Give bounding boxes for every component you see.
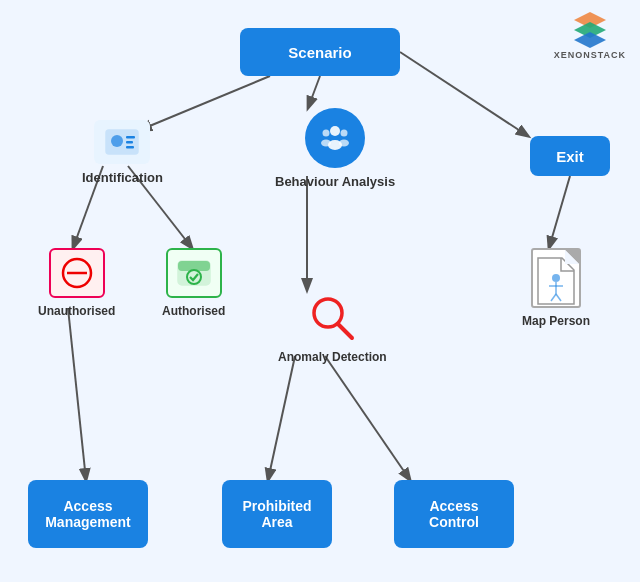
identification-label: Identification bbox=[82, 170, 163, 185]
svg-rect-12 bbox=[126, 136, 135, 139]
exit-node: Exit bbox=[530, 136, 610, 176]
authorised-label: Authorised bbox=[162, 304, 225, 318]
svg-line-7 bbox=[68, 308, 86, 480]
behaviour-node: Behaviour Analysis bbox=[275, 108, 395, 189]
identification-node: Identification bbox=[82, 120, 163, 185]
prohibited-area-label: Prohibited Area bbox=[234, 498, 320, 530]
identification-icon-box bbox=[94, 120, 150, 164]
map-person-node: Map Person bbox=[522, 248, 590, 328]
anomaly-node: Anomaly Detection bbox=[278, 290, 387, 364]
doc-svg bbox=[536, 256, 576, 306]
prohibited-area-node: Prohibited Area bbox=[222, 480, 332, 548]
svg-rect-14 bbox=[126, 146, 134, 149]
scenario-node: Scenario bbox=[240, 28, 400, 76]
exit-label: Exit bbox=[556, 148, 584, 165]
behaviour-label: Behaviour Analysis bbox=[275, 174, 395, 189]
logo: XENONSTACK bbox=[554, 10, 626, 60]
svg-point-19 bbox=[341, 130, 348, 137]
anomaly-icon bbox=[304, 290, 360, 346]
scenario-label: Scenario bbox=[288, 44, 351, 61]
identification-icon bbox=[104, 128, 140, 156]
authorised-icon bbox=[176, 255, 212, 291]
access-control-label: Access Control bbox=[406, 498, 502, 530]
unauthorised-label: Unauthorised bbox=[38, 304, 115, 318]
svg-line-6 bbox=[549, 176, 570, 248]
behaviour-svg bbox=[316, 119, 354, 157]
diagram: Scenario Exit Identification bbox=[0, 0, 640, 582]
access-control-node: Access Control bbox=[394, 480, 514, 548]
svg-point-20 bbox=[339, 140, 349, 147]
behaviour-icon bbox=[305, 108, 365, 168]
map-person-icon bbox=[531, 248, 581, 308]
unauthorised-node: Unauthorised bbox=[38, 248, 115, 318]
svg-point-28 bbox=[552, 274, 560, 282]
svg-line-1 bbox=[308, 76, 320, 108]
anomaly-svg bbox=[306, 292, 358, 344]
svg-point-18 bbox=[321, 140, 331, 147]
authorised-node: Authorised bbox=[162, 248, 225, 318]
unauthorised-icon-box bbox=[49, 248, 105, 298]
unauthorised-icon bbox=[59, 255, 95, 291]
access-management-node: Access Management bbox=[28, 480, 148, 548]
access-management-label: Access Management bbox=[40, 498, 136, 530]
authorised-icon-box bbox=[166, 248, 222, 298]
svg-line-8 bbox=[268, 356, 295, 480]
svg-rect-13 bbox=[126, 141, 133, 144]
svg-point-17 bbox=[323, 130, 330, 137]
logo-icon bbox=[571, 10, 609, 48]
svg-point-11 bbox=[111, 135, 123, 147]
anomaly-label: Anomaly Detection bbox=[278, 350, 387, 364]
logo-text: XENONSTACK bbox=[554, 50, 626, 60]
svg-line-2 bbox=[400, 52, 528, 136]
map-person-label: Map Person bbox=[522, 314, 590, 328]
svg-marker-35 bbox=[574, 32, 606, 48]
svg-line-9 bbox=[325, 356, 410, 480]
svg-line-27 bbox=[338, 324, 352, 338]
svg-point-15 bbox=[330, 126, 340, 136]
